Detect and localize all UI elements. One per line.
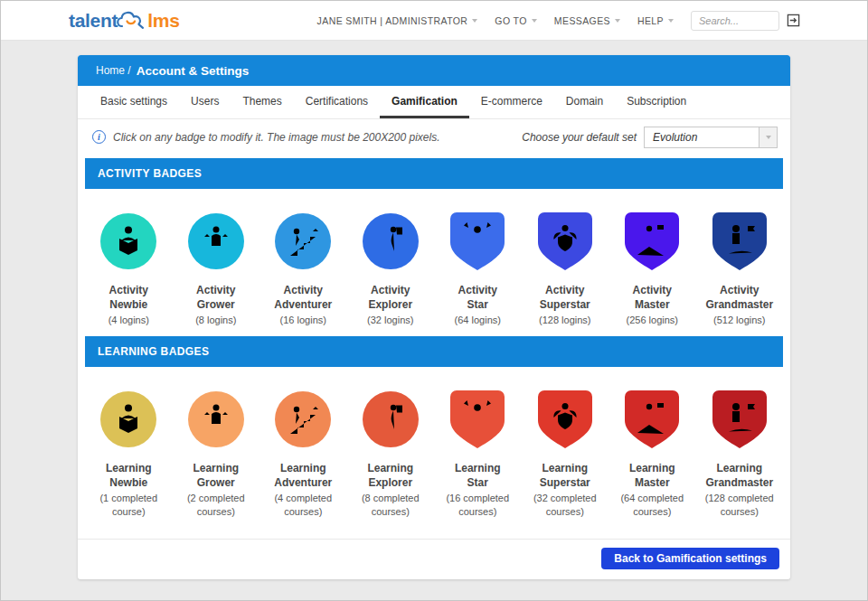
user-menu[interactable]: JANE SMITH | ADMINISTRATOR xyxy=(317,15,478,26)
tab-users[interactable]: Users xyxy=(179,86,231,118)
badge-name: Learning Adventurer xyxy=(259,462,347,490)
nav-messages-label: MESSAGES xyxy=(554,15,610,26)
chevron-down-icon xyxy=(472,19,477,23)
badge-graphic xyxy=(536,211,594,276)
logo-lms-text: lms xyxy=(147,10,179,32)
nav-help-label: HELP xyxy=(637,15,664,26)
app-window: talent lms JANE SMITH | ADMINISTRATOR GO… xyxy=(0,0,868,601)
badge-graphic xyxy=(362,211,420,276)
top-header: talent lms JANE SMITH | ADMINISTRATOR GO… xyxy=(1,1,867,41)
search-input[interactable] xyxy=(691,11,779,31)
tab-themes[interactable]: Themes xyxy=(231,86,293,118)
info-row: i Click on any badge to modify it. The i… xyxy=(78,119,790,155)
default-set-select[interactable]: Evolution xyxy=(644,127,778,148)
page-title: Account & Settings xyxy=(137,64,250,78)
badge-name: Learning Master xyxy=(609,462,696,490)
badge-requirement: (32 completed courses) xyxy=(522,492,608,519)
badge-requirement: (4 completed courses) xyxy=(260,492,346,519)
spacer xyxy=(78,524,790,539)
badge-graphic xyxy=(448,389,506,454)
badge-graphic xyxy=(187,389,245,454)
badge-name: Activity Grandmaster xyxy=(696,284,784,312)
badge-activity-grower[interactable]: Activity Grower (8 logins) xyxy=(173,211,260,327)
settings-card: Home / Account & Settings Basic settings… xyxy=(78,55,790,579)
badge-name: Learning Newbie xyxy=(85,462,173,490)
badge-requirement: (2 completed courses) xyxy=(173,492,259,519)
info-icon: i xyxy=(92,130,106,144)
nav-go-to-label: GO TO xyxy=(495,15,526,26)
info-note-text: Click on any badge to modify it. The ima… xyxy=(113,131,440,144)
user-menu-label: JANE SMITH | ADMINISTRATOR xyxy=(317,15,468,26)
default-set-value: Evolution xyxy=(645,127,759,147)
chevron-down-icon xyxy=(668,19,674,23)
default-set-label: Choose your default set xyxy=(522,131,637,144)
badge-name: Activity Explorer xyxy=(347,284,435,312)
badge-learning-star[interactable]: Learning Star (16 completed courses) xyxy=(434,389,522,519)
badge-activity-star[interactable]: Activity Star (64 logins) xyxy=(434,211,522,327)
badge-requirement: (32 logins) xyxy=(367,314,413,327)
breadcrumb: Home / Account & Settings xyxy=(78,55,790,86)
badge-activity-superstar[interactable]: Activity Superstar (128 logins) xyxy=(522,211,609,327)
back-to-gamification-button[interactable]: Back to Gamification settings xyxy=(601,548,779,569)
nav-messages[interactable]: MESSAGES xyxy=(554,15,620,26)
badge-name: Learning Star xyxy=(434,462,522,490)
badge-requirement: (512 logins) xyxy=(713,314,765,327)
badge-learning-master[interactable]: Learning Master (64 completed courses) xyxy=(609,389,696,519)
tab-certifications[interactable]: Certifications xyxy=(294,86,380,118)
breadcrumb-home-link[interactable]: Home / xyxy=(96,64,131,77)
badge-requirement: (8 logins) xyxy=(195,314,236,327)
badge-activity-master[interactable]: Activity Master (256 logins) xyxy=(609,211,696,327)
badge-activity-newbie[interactable]: Activity Newbie (4 logins) xyxy=(85,211,173,327)
badge-requirement: (64 completed courses) xyxy=(609,492,695,519)
badge-learning-grandmaster[interactable]: Learning Grandmaster (128 completed cour… xyxy=(696,389,784,519)
badge-graphic xyxy=(711,389,769,454)
badge-learning-superstar[interactable]: Learning Superstar (32 completed courses… xyxy=(522,389,609,519)
chevron-down-icon xyxy=(766,136,771,139)
badge-graphic xyxy=(623,389,681,454)
info-note-area: i Click on any badge to modify it. The i… xyxy=(92,130,440,144)
badge-name: Learning Grandmaster xyxy=(696,462,784,490)
badge-requirement: (4 logins) xyxy=(108,314,149,327)
tab-gamification[interactable]: Gamification xyxy=(380,86,469,118)
tab-basic-settings[interactable]: Basic settings xyxy=(89,86,179,118)
badge-graphic xyxy=(623,211,681,276)
search-area xyxy=(691,11,800,31)
badge-activity-adventurer[interactable]: Activity Adventurer (16 logins) xyxy=(259,211,347,327)
badge-learning-newbie[interactable]: Learning Newbie (1 completed course) xyxy=(85,389,173,519)
badge-name: Activity Master xyxy=(609,284,696,312)
badge-activity-grandmaster[interactable]: Activity Grandmaster (512 logins) xyxy=(696,211,784,327)
badge-learning-grower[interactable]: Learning Grower (2 completed courses) xyxy=(173,389,260,519)
badge-name: Activity Newbie xyxy=(85,284,173,312)
nav-help[interactable]: HELP xyxy=(637,15,674,26)
badge-requirement: (16 completed courses) xyxy=(435,492,521,519)
badge-name: Learning Explorer xyxy=(347,462,435,490)
badge-name: Learning Superstar xyxy=(522,462,609,490)
badge-graphic xyxy=(536,389,594,454)
badge-graphic xyxy=(99,211,157,276)
default-set-area: Choose your default set Evolution xyxy=(522,127,778,148)
tab-domain[interactable]: Domain xyxy=(554,86,615,118)
settings-tabs: Basic settings Users Themes Certificatio… xyxy=(78,86,790,119)
tab-subscription[interactable]: Subscription xyxy=(615,86,698,118)
card-footer: Back to Gamification settings xyxy=(78,539,790,579)
tab-ecommerce[interactable]: E-commerce xyxy=(469,86,554,118)
badge-graphic xyxy=(99,389,157,454)
badge-requirement: (128 completed courses) xyxy=(696,492,782,519)
badge-learning-explorer[interactable]: Learning Explorer (8 completed courses) xyxy=(347,389,435,519)
badge-name: Learning Grower xyxy=(173,462,260,490)
select-caret-box[interactable] xyxy=(759,127,777,147)
activity-badges-header: ACTIVITY BADGES xyxy=(85,158,783,189)
cloud-icon xyxy=(116,9,148,31)
learning-badges-grid: Learning Newbie (1 completed course) Lea… xyxy=(78,367,790,524)
badge-requirement: (128 logins) xyxy=(539,314,590,327)
badge-graphic xyxy=(362,389,420,454)
chevron-down-icon xyxy=(615,19,620,23)
badge-learning-adventurer[interactable]: Learning Adventurer (4 completed courses… xyxy=(259,389,347,519)
talentlms-logo[interactable]: talent lms xyxy=(69,9,180,32)
learning-badges-header: LEARNING BADGES xyxy=(85,336,783,367)
badge-activity-explorer[interactable]: Activity Explorer (32 logins) xyxy=(347,211,435,327)
nav-go-to[interactable]: GO TO xyxy=(495,15,536,26)
chevron-down-icon xyxy=(532,19,537,23)
enter-search-icon[interactable] xyxy=(787,14,800,27)
badge-graphic xyxy=(711,211,769,276)
